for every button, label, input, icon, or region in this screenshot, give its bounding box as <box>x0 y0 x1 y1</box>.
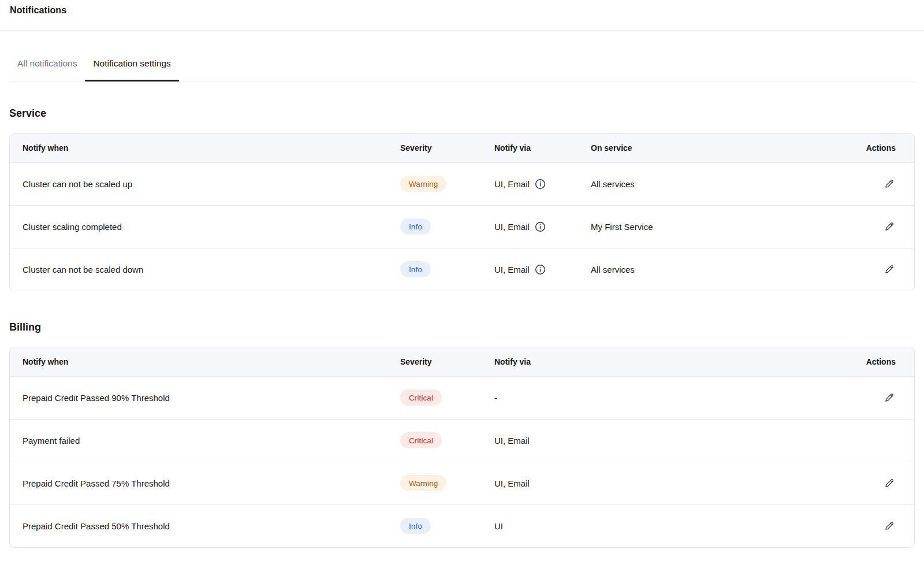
cell-notify-when: Prepaid Credit Passed 90% Threshold <box>10 376 400 419</box>
service-notifications-table: Notify whenSeverityNotify viaOn serviceA… <box>9 133 915 291</box>
pencil-edit-icon <box>884 225 895 233</box>
tab-all-notifications[interactable]: All notifications <box>9 49 85 81</box>
edit-notification-button[interactable] <box>883 520 896 532</box>
on-service-value: My First Service <box>591 222 653 232</box>
cell-notify-via: UI, Email <box>494 419 850 462</box>
notify-via-value: UI, Email <box>494 436 530 446</box>
notify-via-text: UI, Email <box>494 222 530 232</box>
on-service-value: All services <box>591 179 635 189</box>
cell-severity: Critical <box>400 376 494 419</box>
sections-container: ServiceNotify whenSeverityNotify viaOn s… <box>9 107 915 548</box>
edit-notification-button[interactable] <box>883 177 896 190</box>
cell-actions <box>850 419 914 462</box>
table-row: Cluster can not be scaled downInfoUI, Em… <box>10 248 914 291</box>
pencil-edit-icon <box>884 524 895 533</box>
cell-actions <box>850 162 914 205</box>
cell-severity: Critical <box>400 419 494 462</box>
cell-notify-when: Payment failed <box>10 419 400 462</box>
severity-badge-critical: Critical <box>400 389 442 406</box>
notify-via-text: UI, Email <box>494 436 530 446</box>
cell-notify-via: UI, Email <box>494 162 591 205</box>
notify-via-text: UI <box>494 521 503 531</box>
table-row: Prepaid Credit Passed 50% ThresholdInfoU… <box>10 504 914 547</box>
cell-notify-when: Prepaid Credit Passed 50% Threshold <box>10 504 400 547</box>
pencil-edit-icon <box>884 182 895 191</box>
edit-notification-button[interactable] <box>883 220 896 233</box>
table-row: Cluster can not be scaled upWarningUI, E… <box>10 162 914 205</box>
notify-via-value: UI <box>494 521 503 531</box>
column-header-severity: Severity <box>400 133 494 162</box>
table-row: Payment failedCriticalUI, Email <box>10 419 914 462</box>
cell-severity: Warning <box>400 462 494 504</box>
cell-actions <box>850 462 914 504</box>
severity-badge-warning: Warning <box>400 475 446 491</box>
notify-via-value: UI, Email <box>494 221 546 232</box>
edit-notification-button[interactable] <box>883 391 896 404</box>
column-header-notify-via: Notify via <box>494 133 591 162</box>
cell-notify-when: Cluster can not be scaled down <box>10 248 400 291</box>
cell-on-service: All services <box>591 248 850 291</box>
severity-badge-info: Info <box>400 518 431 534</box>
tab-notification-settings[interactable]: Notification settings <box>85 49 178 81</box>
cell-actions <box>850 504 914 547</box>
notification-name: Prepaid Credit Passed 75% Threshold <box>23 478 170 488</box>
severity-badge-warning: Warning <box>400 176 446 192</box>
notification-name: Cluster can not be scaled down <box>23 265 143 274</box>
section-title-service: Service <box>9 107 915 120</box>
cell-actions <box>850 376 914 419</box>
cell-actions <box>850 205 914 248</box>
cell-notify-via: - <box>494 376 850 419</box>
page-header: Notifications <box>0 0 924 31</box>
section-billing: BillingNotify whenSeverityNotify viaActi… <box>9 321 915 548</box>
cell-notify-when: Cluster can not be scaled up <box>10 162 400 205</box>
cell-on-service: My First Service <box>591 205 850 248</box>
column-header-severity: Severity <box>400 347 494 376</box>
notification-name: Prepaid Credit Passed 90% Threshold <box>23 393 170 403</box>
notification-name: Payment failed <box>23 436 80 446</box>
table-row: Prepaid Credit Passed 75% ThresholdWarni… <box>10 462 914 504</box>
table-header-row: Notify whenSeverityNotify viaActions <box>10 347 914 376</box>
tab-bar: All notificationsNotification settings <box>9 49 915 81</box>
cell-notify-via: UI, Email <box>494 205 591 248</box>
info-icon[interactable] <box>535 221 546 232</box>
notify-via-text: UI, Email <box>494 179 530 189</box>
section-service: ServiceNotify whenSeverityNotify viaOn s… <box>9 107 915 291</box>
cell-actions <box>850 248 914 291</box>
cell-notify-via: UI, Email <box>494 248 591 291</box>
info-icon[interactable] <box>535 264 546 275</box>
severity-badge-info: Info <box>400 218 431 235</box>
column-header-notify-via: Notify via <box>494 347 850 376</box>
content: All notificationsNotification settings S… <box>0 49 924 548</box>
notify-via-text: UI, Email <box>494 265 530 274</box>
notification-name: Cluster can not be scaled up <box>23 179 132 189</box>
cell-notify-via: UI, Email <box>494 462 850 504</box>
section-title-billing: Billing <box>9 321 915 333</box>
notify-via-text: - <box>494 393 497 403</box>
notify-via-text: UI, Email <box>494 478 530 488</box>
edit-notification-button[interactable] <box>883 477 896 489</box>
notify-via-value: UI, Email <box>494 478 530 488</box>
cell-notify-when: Prepaid Credit Passed 75% Threshold <box>10 462 400 504</box>
notify-via-value: UI, Email <box>494 179 546 190</box>
severity-badge-info: Info <box>400 261 431 277</box>
cell-notify-when: Cluster scaling completed <box>10 205 400 248</box>
notification-name: Cluster scaling completed <box>23 222 122 232</box>
table-row: Cluster scaling completedInfoUI, EmailMy… <box>10 205 914 248</box>
column-header-on-service: On service <box>591 133 850 162</box>
info-icon[interactable] <box>535 179 546 190</box>
cell-severity: Info <box>400 205 494 248</box>
severity-badge-critical: Critical <box>400 432 442 448</box>
column-header-actions: Actions <box>850 133 914 162</box>
cell-on-service: All services <box>591 162 850 205</box>
billing-notifications-table: Notify whenSeverityNotify viaActionsPrep… <box>9 347 915 548</box>
page-title: Notifications <box>10 5 914 16</box>
column-header-notify-when: Notify when <box>10 133 400 162</box>
table-row: Prepaid Credit Passed 90% ThresholdCriti… <box>10 376 914 419</box>
cell-severity: Info <box>400 248 494 291</box>
on-service-value: All services <box>591 265 635 274</box>
edit-notification-button[interactable] <box>883 263 896 276</box>
cell-severity: Info <box>400 504 494 547</box>
notify-via-value: UI, Email <box>494 264 546 275</box>
pencil-edit-icon <box>884 268 895 276</box>
column-header-notify-when: Notify when <box>10 347 400 376</box>
